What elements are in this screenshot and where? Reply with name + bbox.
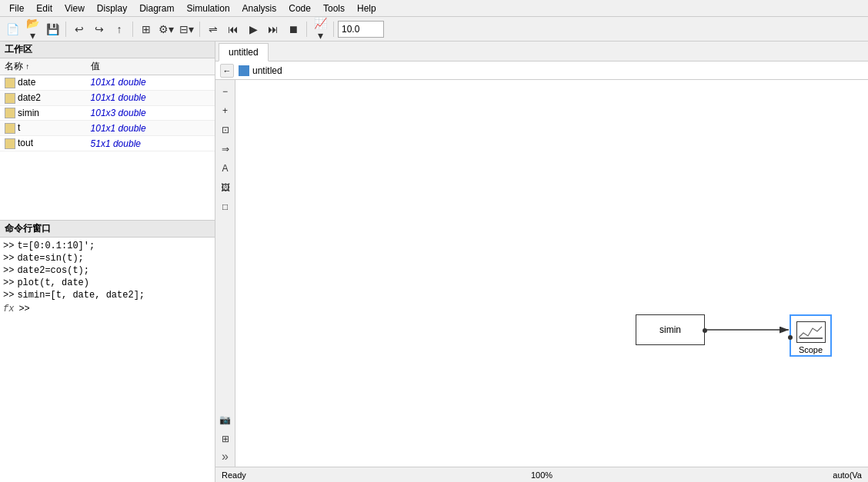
var-value: 101x3 double	[86, 105, 215, 121]
command-line: >> t=[0:0.1:10]';	[3, 241, 212, 251]
zoom-out-button[interactable]: −	[217, 83, 234, 100]
cmd-prompt: >>	[3, 290, 14, 301]
sort-arrow: ↑	[25, 62, 29, 71]
variable-row[interactable]: simin 101x3 double	[0, 105, 215, 121]
screenshot-button[interactable]: 📷	[217, 411, 234, 428]
var-icon	[5, 93, 15, 104]
separator-4	[306, 22, 307, 37]
status-auto: auto(Va	[649, 470, 862, 480]
more-button[interactable]: »	[217, 450, 234, 464]
simin-block[interactable]: simin	[636, 314, 705, 345]
tab-bar: untitled	[215, 42, 868, 61]
var-value: 101x1 double	[86, 90, 215, 105]
zoom-in-button[interactable]: +	[217, 102, 234, 119]
left-panel: 工作区 名称 ↑ 值 date 101x1 double	[0, 42, 215, 482]
up-button[interactable]: ↑	[110, 20, 129, 38]
toolbar: 📄 📂▾ 💾 ↩ ↪ ↑ ⊞ ⚙▾ ⊟▾ ⇌ ⏮ ▶ ⏭ ⏹ 📈▾ 10.0	[0, 17, 868, 42]
command-line: >> simin=[t, date, date2];	[3, 290, 212, 301]
command-line: >> plot(t, date)	[3, 278, 212, 288]
open-dropdown[interactable]: 📂▾	[23, 20, 42, 38]
command-window-header: 命令行窗口	[0, 220, 215, 238]
col-name-header: 名称 ↑	[0, 58, 86, 75]
variable-row[interactable]: date2 101x1 double	[0, 90, 215, 105]
library-button[interactable]: ⊞	[137, 20, 155, 38]
status-ready: Ready	[222, 470, 435, 480]
tab-untitled[interactable]: untitled	[219, 43, 269, 61]
menu-code[interactable]: Code	[282, 2, 317, 15]
cmd-text: simin=[t, date, date2];	[17, 290, 145, 301]
var-name: simin	[0, 105, 86, 121]
undo-button[interactable]: ↩	[70, 20, 88, 38]
connection-arrow	[235, 80, 868, 467]
right-panel: untitled ← untitled − + ⊡ ⇒ A 🖼 □ 📷 ⊞ »	[215, 42, 868, 482]
fit-button[interactable]: ⊡	[217, 121, 234, 138]
menu-file[interactable]: File	[3, 2, 30, 15]
chart-button[interactable]: 📈▾	[311, 20, 329, 38]
menu-help[interactable]: Help	[351, 2, 382, 15]
expand-button[interactable]: ⊞	[217, 430, 234, 447]
scope-block[interactable]: Scope	[790, 314, 832, 357]
variable-row[interactable]: tout 51x1 double	[0, 136, 215, 151]
status-bar: Ready 100% auto(Va	[215, 467, 868, 482]
menu-edit[interactable]: Edit	[30, 2, 58, 15]
simulink-layout: − + ⊡ ⇒ A 🖼 □ 📷 ⊞ »	[215, 80, 868, 467]
separator-3	[199, 22, 200, 37]
command-fx-line: fx >>	[3, 304, 212, 314]
fx-label: fx	[3, 304, 14, 314]
col-value-header: 值	[86, 58, 215, 75]
simulation-time-input[interactable]: 10.0	[338, 21, 384, 38]
grid-button[interactable]: ⊟▾	[177, 20, 195, 38]
square-button[interactable]: □	[217, 198, 234, 215]
menu-analysis[interactable]: Analysis	[236, 2, 283, 15]
var-icon	[5, 123, 15, 134]
var-icon	[5, 138, 15, 149]
menu-display[interactable]: Display	[91, 2, 133, 15]
command-line: >> date=sin(t);	[3, 253, 212, 264]
cmd-prompt: >>	[3, 241, 14, 251]
settings-button[interactable]: ⚙▾	[157, 20, 175, 38]
save-button[interactable]: 💾	[43, 20, 62, 38]
cmd-prompt: >>	[3, 278, 14, 288]
workspace-table: 名称 ↑ 值 date 101x1 double date2 101x1 dou…	[0, 58, 215, 220]
new-button[interactable]: 📄	[3, 20, 22, 38]
var-icon	[5, 108, 15, 118]
status-zoom: 100%	[435, 470, 648, 480]
cmd-prompt: >>	[3, 253, 14, 264]
breadcrumb-back-button[interactable]: ←	[220, 64, 234, 78]
variable-row[interactable]: t 101x1 double	[0, 121, 215, 136]
var-name: date2	[0, 90, 86, 105]
play-button[interactable]: ▶	[244, 20, 262, 38]
menu-bar: File Edit View Display Diagram Simulatio…	[0, 0, 868, 17]
menu-diagram[interactable]: Diagram	[133, 2, 180, 15]
arrow-button[interactable]: ⇒	[217, 141, 234, 158]
step-button[interactable]: ⏭	[264, 20, 282, 38]
separator-5	[333, 22, 334, 37]
menu-tools[interactable]: Tools	[317, 2, 351, 15]
simin-output-port[interactable]	[703, 328, 707, 333]
canvas-area[interactable]: simin Scope	[235, 80, 868, 467]
cmd-text: date=sin(t);	[17, 253, 83, 264]
cmd-text: plot(t, date)	[17, 278, 89, 288]
prev-button[interactable]: ⏮	[224, 20, 242, 38]
var-name: t	[0, 121, 86, 136]
text-button[interactable]: A	[217, 160, 234, 177]
scope-input-port[interactable]	[788, 335, 793, 340]
variable-table: 名称 ↑ 值 date 101x1 double date2 101x1 dou…	[0, 58, 215, 151]
variable-row[interactable]: date 101x1 double	[0, 75, 215, 91]
image-button[interactable]: 🖼	[217, 179, 234, 196]
breadcrumb-text: untitled	[252, 65, 282, 76]
redo-button[interactable]: ↪	[90, 20, 108, 38]
separator-1	[65, 22, 66, 37]
scope-screen	[796, 321, 826, 343]
command-body[interactable]: >> t=[0:0.1:10]'; >> date=sin(t); >> dat…	[0, 238, 215, 482]
var-name: tout	[0, 136, 86, 151]
menu-view[interactable]: View	[58, 2, 91, 15]
stop-button[interactable]: ⏹	[284, 20, 302, 38]
var-value: 101x1 double	[86, 75, 215, 91]
command-line: >> date2=cos(t);	[3, 265, 212, 276]
breadcrumb-bar: ← untitled	[215, 61, 868, 80]
main-layout: 工作区 名称 ↑ 值 date 101x1 double	[0, 42, 868, 482]
menu-simulation[interactable]: Simulation	[181, 2, 236, 15]
nav-button[interactable]: ⇌	[204, 20, 222, 38]
var-value: 51x1 double	[86, 136, 215, 151]
